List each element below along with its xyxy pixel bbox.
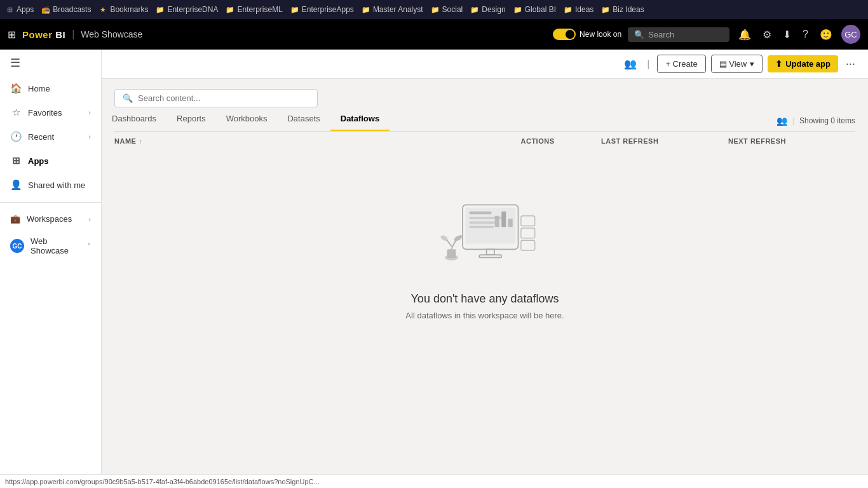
folder-icon: 📁	[513, 5, 522, 14]
bookmark-design[interactable]: 📁 Design	[470, 5, 505, 14]
folder-icon: 📁	[226, 5, 234, 14]
workspace-name: Web Showcase	[81, 29, 142, 39]
download-icon[interactable]: ⬇	[780, 26, 794, 43]
sidebar-item-favorites[interactable]: ☆ Favorites ›	[0, 100, 101, 125]
favorites-chevron: ›	[88, 109, 91, 116]
sidebar-item-apps[interactable]: ⊞ Apps	[0, 149, 101, 173]
bookmark-enterpriseml[interactable]: 📁 EnterpriseML	[226, 5, 282, 14]
people-group-icon: 👥	[776, 116, 787, 126]
svg-rect-7	[501, 212, 506, 227]
folder-icon: 📁	[362, 5, 370, 14]
content-area: 👥 | + Create ▤ View ▾ ⬆ Update app ··· 🔍	[102, 50, 868, 488]
empty-state-subtitle: All dataflows in this workspace will be …	[405, 311, 564, 320]
sidebar-web-showcase[interactable]: GC Web Showcase ˅	[0, 230, 101, 262]
showing-count: 👥 | Showing 0 items	[776, 111, 855, 131]
th-last-refresh: LAST REFRESH	[601, 137, 728, 145]
tabs: Dashboards Reports Workbooks Datasets Da…	[102, 107, 390, 131]
more-options-button[interactable]: ···	[843, 57, 858, 71]
header-left: ⊞ Power BI | Web Showcase	[8, 29, 546, 41]
content-search-icon: 🔍	[123, 93, 133, 103]
bookmark-apps[interactable]: ⊞ Apps	[5, 5, 34, 14]
sort-icon[interactable]: ↑	[139, 138, 142, 145]
bookmark-enterpriseapps[interactable]: 📁 EnterpriseApps	[290, 5, 354, 14]
count-separator: |	[792, 116, 794, 125]
sidebar-workspaces[interactable]: 💼 Workspaces ›	[0, 208, 101, 230]
th-name: NAME ↑	[114, 137, 474, 145]
sidebar-item-shared[interactable]: 👤 Shared with me	[0, 173, 101, 197]
shared-icon: 👤	[10, 179, 22, 191]
header-separator: |	[72, 29, 74, 40]
svg-point-16	[453, 234, 463, 242]
power-bi-logo: Power BI	[22, 29, 65, 40]
svg-rect-9	[487, 249, 494, 255]
bookmark-global-bi[interactable]: 📁 Global BI	[513, 5, 556, 14]
waffle-icon[interactable]: ⊞	[8, 29, 16, 41]
sidebar-item-home[interactable]: 🏠 Home	[0, 76, 101, 100]
home-icon: 🏠	[10, 83, 22, 94]
recent-icon: 🕐	[10, 131, 22, 142]
th-next-refresh: NEXT REFRESH	[728, 137, 855, 145]
create-button[interactable]: + Create	[657, 55, 705, 73]
sidebar-item-recent[interactable]: 🕐 Recent ›	[0, 125, 101, 149]
header-right: New look on 🔍 Search 🔔 ⚙ ⬇ ? 🙂 GC	[553, 25, 860, 44]
folder-icon: 📁	[470, 5, 479, 14]
settings-icon[interactable]: ⚙	[760, 26, 774, 43]
new-look-toggle[interactable]: New look on	[553, 29, 621, 40]
sidebar-collapse-button[interactable]: ☰	[0, 50, 101, 76]
header: ⊞ Power BI | Web Showcase New look on 🔍 …	[0, 19, 868, 50]
tabs-row: Dashboards Reports Workbooks Datasets Da…	[102, 107, 868, 131]
folder-icon: 📁	[431, 5, 440, 14]
svg-rect-15	[447, 249, 456, 258]
bookmark-bookmarks[interactable]: ★ Bookmarks	[98, 5, 148, 14]
workspaces-chevron: ›	[88, 215, 91, 223]
tab-workbooks[interactable]: Workbooks	[216, 107, 278, 131]
folder-icon: 📁	[156, 5, 165, 14]
tab-datasets[interactable]: Datasets	[277, 107, 330, 131]
content-toolbar: 👥 | + Create ▤ View ▾ ⬆ Update app ···	[102, 50, 868, 79]
sidebar-divider	[0, 202, 101, 203]
tab-dataflows[interactable]: Dataflows	[330, 107, 390, 131]
empty-state-title: You don't have any dataflows	[411, 292, 559, 306]
broadcasts-icon: 📻	[41, 5, 50, 14]
bookmark-biz-ideas[interactable]: 📁 Biz Ideas	[601, 5, 644, 14]
bookmark-enterprisedna[interactable]: 📁 EnterpriseDNA	[156, 5, 218, 14]
folder-icon: 📁	[564, 5, 573, 14]
sidebar: ☰ 🏠 Home ☆ Favorites › 🕐 Recent › ⊞ Apps…	[0, 50, 102, 488]
help-icon[interactable]: ?	[800, 26, 811, 43]
emoji-icon[interactable]: 🙂	[817, 26, 835, 43]
bookmark-ideas[interactable]: 📁 Ideas	[564, 5, 593, 14]
folder-icon: 📁	[601, 5, 610, 14]
header-search-box[interactable]: 🔍 Search	[628, 27, 729, 42]
recent-chevron: ›	[88, 133, 91, 140]
svg-rect-10	[479, 255, 501, 257]
svg-rect-13	[521, 240, 535, 250]
svg-rect-2	[470, 212, 492, 214]
svg-rect-12	[521, 228, 535, 238]
search-icon: 🔍	[634, 30, 644, 39]
user-avatar[interactable]: GC	[841, 25, 860, 44]
content-search-box[interactable]: 🔍	[114, 89, 318, 107]
notification-icon[interactable]: 🔔	[736, 26, 754, 43]
people-icon: 👥	[624, 58, 637, 70]
empty-state: You don't have any dataflows All dataflo…	[102, 150, 868, 320]
svg-rect-8	[508, 219, 513, 227]
workspaces-icon: 💼	[10, 214, 20, 224]
status-bar: https://app.powerbi.com/groups/90c9b5a5-…	[0, 474, 868, 488]
folder-icon: 📁	[290, 5, 299, 14]
tab-reports[interactable]: Reports	[166, 107, 216, 131]
svg-rect-5	[470, 226, 494, 229]
star-icon: ★	[98, 5, 107, 14]
view-button[interactable]: ▤ View ▾	[711, 55, 763, 73]
content-search-input[interactable]	[138, 93, 309, 103]
bookmark-broadcasts[interactable]: 📻 Broadcasts	[41, 5, 91, 14]
search-content: 🔍	[102, 79, 868, 107]
svg-rect-4	[470, 222, 498, 224]
tab-dashboards[interactable]: Dashboards	[102, 107, 166, 131]
toggle-switch[interactable]	[553, 29, 576, 40]
main-layout: ☰ 🏠 Home ☆ Favorites › 🕐 Recent › ⊞ Apps…	[0, 50, 868, 488]
bookmark-social[interactable]: 📁 Social	[431, 5, 463, 14]
table-header: NAME ↑ ACTIONS LAST REFRESH NEXT REFRESH	[102, 132, 868, 150]
update-app-button[interactable]: ⬆ Update app	[768, 55, 838, 72]
web-showcase-chevron: ˅	[87, 242, 91, 250]
bookmark-master-analyst[interactable]: 📁 Master Analyst	[362, 5, 423, 14]
